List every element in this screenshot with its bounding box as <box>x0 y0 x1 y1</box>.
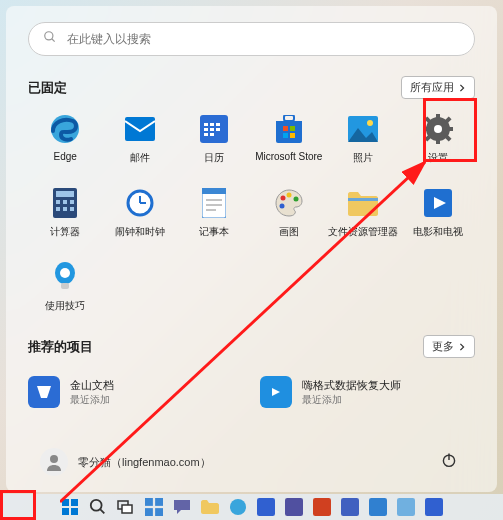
svg-rect-58 <box>62 499 69 506</box>
svg-rect-7 <box>216 123 220 126</box>
svg-rect-32 <box>56 200 60 204</box>
wps-icon <box>28 376 60 408</box>
app-settings[interactable]: 设置 <box>401 111 476 167</box>
app-photos[interactable]: 照片 <box>326 111 401 167</box>
svg-rect-9 <box>210 128 214 131</box>
svg-rect-3 <box>125 117 155 141</box>
calculator-icon <box>49 187 81 219</box>
taskbar-task-view[interactable] <box>117 498 135 516</box>
clock-icon <box>124 187 156 219</box>
app-paint[interactable]: 画图 <box>252 185 327 241</box>
user-account[interactable]: 零分猫（lingfenmao.com） <box>40 448 211 476</box>
svg-point-47 <box>286 193 291 198</box>
svg-point-70 <box>230 499 246 515</box>
tips-icon <box>49 261 81 293</box>
taskbar-app[interactable] <box>425 498 443 516</box>
paint-icon <box>273 187 305 219</box>
svg-rect-35 <box>56 207 60 211</box>
pinned-title: 已固定 <box>28 79 67 97</box>
app-tips[interactable]: 使用技巧 <box>28 259 103 315</box>
start-menu-panel: 已固定 所有应用 Edge 邮件 日历 <box>6 6 497 492</box>
app-calendar[interactable]: 日历 <box>177 111 252 167</box>
svg-rect-22 <box>436 114 440 120</box>
user-name: 零分猫（lingfenmao.com） <box>78 455 211 470</box>
taskbar-app[interactable] <box>313 498 331 516</box>
app-clock[interactable]: 闹钟和时钟 <box>103 185 178 241</box>
recommended-header: 推荐的项目 更多 <box>28 335 475 358</box>
recommended-title: 推荐的项目 <box>28 338 93 356</box>
taskbar-app[interactable] <box>341 498 359 516</box>
edge-icon <box>49 113 81 145</box>
photos-icon <box>347 113 379 145</box>
recommended-list: 金山文档 最近添加 嗨格式数据恢复大师 最近添加 <box>28 376 475 408</box>
svg-point-48 <box>293 197 298 202</box>
taskbar-start-button[interactable] <box>61 498 79 516</box>
more-label: 更多 <box>432 339 454 354</box>
chevron-right-icon <box>458 84 466 92</box>
taskbar-app[interactable] <box>257 498 275 516</box>
svg-rect-76 <box>397 498 415 516</box>
more-button[interactable]: 更多 <box>423 335 475 358</box>
svg-line-1 <box>52 39 55 42</box>
svg-rect-42 <box>202 188 226 194</box>
svg-rect-8 <box>204 128 208 131</box>
svg-rect-50 <box>348 198 378 201</box>
svg-rect-14 <box>283 126 288 131</box>
store-icon <box>273 113 305 145</box>
svg-rect-34 <box>70 200 74 204</box>
svg-rect-31 <box>56 191 74 197</box>
app-file-explorer[interactable]: 文件资源管理器 <box>326 185 401 241</box>
taskbar-chat[interactable] <box>173 498 191 516</box>
taskbar-search-button[interactable] <box>89 498 107 516</box>
svg-point-46 <box>280 196 285 201</box>
app-calculator[interactable]: 计算器 <box>28 185 103 241</box>
mail-icon <box>124 113 156 145</box>
svg-rect-67 <box>155 498 163 506</box>
search-icon <box>43 30 57 48</box>
taskbar-widgets[interactable] <box>145 498 163 516</box>
svg-rect-5 <box>204 123 208 126</box>
movies-icon <box>422 187 454 219</box>
taskbar-app[interactable] <box>397 498 415 516</box>
svg-point-54 <box>60 268 70 278</box>
all-apps-button[interactable]: 所有应用 <box>401 76 475 99</box>
svg-rect-37 <box>70 207 74 211</box>
search-input[interactable] <box>67 32 460 46</box>
svg-rect-13 <box>284 115 294 121</box>
svg-rect-72 <box>285 498 303 516</box>
taskbar-explorer[interactable] <box>201 498 219 516</box>
pinned-header: 已固定 所有应用 <box>28 76 475 99</box>
svg-rect-61 <box>71 508 78 515</box>
recommended-item[interactable]: 嗨格式数据恢复大师 最近添加 <box>260 376 476 408</box>
start-footer: 零分猫（lingfenmao.com） <box>28 436 475 484</box>
svg-rect-33 <box>63 200 67 204</box>
svg-rect-74 <box>341 498 359 516</box>
svg-rect-10 <box>216 128 220 131</box>
taskbar-app[interactable] <box>285 498 303 516</box>
svg-rect-59 <box>71 499 78 506</box>
search-box[interactable] <box>28 22 475 56</box>
svg-rect-65 <box>122 505 132 513</box>
svg-rect-75 <box>369 498 387 516</box>
svg-point-21 <box>434 125 442 133</box>
svg-rect-36 <box>63 207 67 211</box>
recommended-item[interactable]: 金山文档 最近添加 <box>28 376 244 408</box>
power-button[interactable] <box>435 446 463 478</box>
svg-line-63 <box>99 509 104 514</box>
svg-rect-17 <box>290 133 295 138</box>
svg-rect-69 <box>155 508 163 516</box>
svg-rect-24 <box>423 127 429 131</box>
svg-rect-11 <box>204 133 208 136</box>
app-microsoft-store[interactable]: Microsoft Store <box>252 111 327 167</box>
gear-icon <box>422 113 454 145</box>
taskbar-app[interactable] <box>369 498 387 516</box>
svg-rect-53 <box>61 283 69 289</box>
taskbar-edge[interactable] <box>229 498 247 516</box>
svg-point-0 <box>45 32 53 40</box>
all-apps-label: 所有应用 <box>410 80 454 95</box>
app-movies-tv[interactable]: 电影和电视 <box>401 185 476 241</box>
app-edge[interactable]: Edge <box>28 111 103 167</box>
app-notepad[interactable]: 记事本 <box>177 185 252 241</box>
app-mail[interactable]: 邮件 <box>103 111 178 167</box>
notepad-icon <box>198 187 230 219</box>
